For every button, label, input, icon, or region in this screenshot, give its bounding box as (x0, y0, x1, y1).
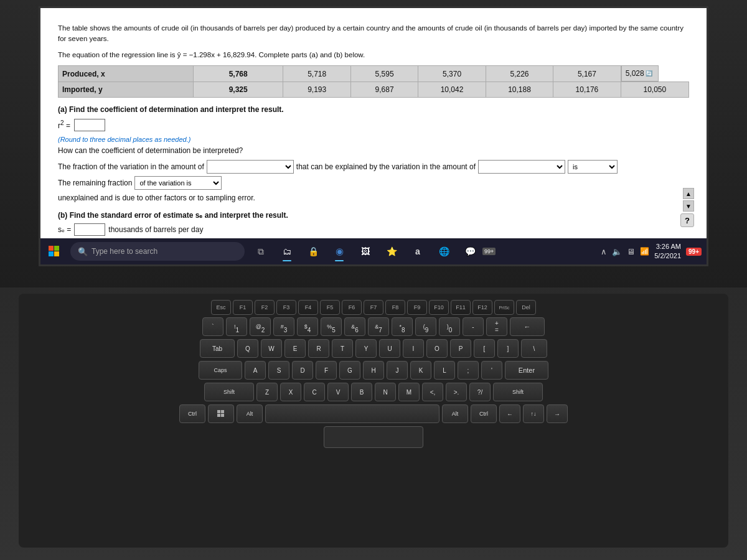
key-a[interactable]: A (245, 361, 266, 380)
arrow-down-button[interactable]: ▼ (683, 200, 694, 212)
key-rctrl[interactable]: Ctrl (471, 404, 497, 423)
key-f12[interactable]: F12 (472, 300, 492, 315)
key-g[interactable]: G (339, 361, 360, 380)
key-f9[interactable]: F9 (407, 300, 427, 315)
key-f1[interactable]: F1 (233, 300, 253, 315)
key-0[interactable]: )0 (439, 317, 460, 336)
file-explorer-button[interactable]: 🗂 (276, 240, 298, 263)
key-v[interactable]: V (327, 383, 349, 401)
r-squared-input[interactable] (74, 119, 105, 131)
key-space[interactable] (265, 404, 439, 423)
wifi-icon[interactable]: 📶 (640, 247, 649, 256)
key-lbracket[interactable]: [ (474, 339, 495, 358)
touchpad[interactable] (324, 426, 423, 448)
key-backslash[interactable]: \ (521, 339, 547, 358)
key-m[interactable]: M (398, 383, 420, 401)
key-f4[interactable]: F4 (298, 300, 318, 315)
key-7[interactable]: &7 (368, 317, 389, 336)
dropdown-explained-by[interactable]: produced, x imported, y (478, 160, 565, 174)
key-rshift[interactable]: Shift (493, 383, 543, 401)
key-f[interactable]: F (316, 361, 337, 380)
se-input[interactable] (74, 223, 105, 236)
key-u[interactable]: U (379, 339, 400, 358)
chevron-up-icon[interactable]: ∧ (601, 247, 607, 256)
key-f10[interactable]: F10 (429, 300, 449, 315)
key-h[interactable]: H (363, 361, 384, 380)
key-y[interactable]: Y (355, 339, 377, 358)
key-1[interactable]: !1 (226, 317, 247, 336)
key-lalt[interactable]: Alt (237, 404, 263, 423)
key-backtick[interactable]: ` (202, 317, 223, 336)
key-o[interactable]: O (426, 339, 448, 358)
key-tab[interactable]: Tab (200, 339, 235, 358)
key-f7[interactable]: F7 (364, 300, 383, 315)
dropdown-is[interactable]: is is not (568, 160, 618, 174)
key-f6[interactable]: F6 (342, 300, 362, 315)
key-caps[interactable]: Caps (199, 361, 242, 380)
key-3[interactable]: #3 (273, 317, 294, 336)
lock-icon-button[interactable]: 🔒 (302, 240, 324, 263)
key-z[interactable]: Z (256, 383, 278, 401)
key-i[interactable]: I (403, 339, 424, 358)
a-icon-button[interactable]: a (406, 240, 429, 263)
help-button[interactable]: ? (680, 213, 694, 227)
key-b[interactable]: B (351, 383, 372, 401)
key-5[interactable]: %5 (321, 317, 342, 336)
key-enter[interactable]: Enter (505, 361, 548, 380)
key-q[interactable]: Q (237, 339, 258, 358)
search-bar[interactable]: 🔍 Type here to search (70, 242, 245, 261)
photo-button[interactable]: 🖼 (354, 240, 377, 263)
key-right[interactable]: → (547, 404, 568, 423)
key-equals[interactable]: += (486, 317, 507, 336)
arrow-up-button[interactable]: ▲ (683, 188, 694, 199)
key-x[interactable]: X (280, 383, 301, 401)
key-win[interactable] (208, 404, 234, 423)
key-d[interactable]: D (292, 361, 313, 380)
edge-button[interactable]: ◉ (328, 240, 350, 263)
star-icon-button[interactable]: ⭐ (380, 240, 403, 263)
key-esc[interactable]: Esc (211, 300, 231, 315)
globe-button[interactable]: 🌐 (433, 240, 455, 263)
key-minus[interactable]: - (463, 317, 484, 336)
key-2[interactable]: @2 (250, 317, 271, 336)
key-e[interactable]: E (284, 339, 306, 358)
key-l[interactable]: L (434, 361, 455, 380)
key-backspace[interactable]: ← (510, 317, 545, 336)
notification-button[interactable]: 💬 (459, 240, 481, 263)
key-updown[interactable]: ↑↓ (523, 404, 544, 423)
clock[interactable]: 3:26 AM 5/2/2021 (654, 242, 681, 261)
key-4[interactable]: $4 (297, 317, 318, 336)
key-c[interactable]: C (304, 383, 325, 401)
key-semicolon[interactable]: ; (458, 361, 479, 380)
key-w[interactable]: W (261, 339, 282, 358)
key-period[interactable]: >. (446, 383, 467, 401)
dropdown-remaining[interactable]: of the variation is (134, 176, 222, 190)
key-quote[interactable]: ' (481, 361, 502, 380)
network-icon[interactable]: 🖥 (627, 247, 635, 256)
key-lshift[interactable]: Shift (204, 383, 254, 401)
key-s[interactable]: S (268, 361, 289, 380)
key-slash[interactable]: ?/ (469, 383, 491, 401)
key-j[interactable]: J (387, 361, 408, 380)
start-button[interactable] (40, 238, 68, 264)
key-6[interactable]: &6 (344, 317, 365, 336)
task-view-button[interactable]: ⧉ (250, 240, 272, 263)
key-f8[interactable]: F8 (385, 300, 405, 315)
key-t[interactable]: T (332, 339, 353, 358)
key-ctrl[interactable]: Ctrl (179, 404, 205, 423)
key-f5[interactable]: F5 (320, 300, 340, 315)
key-left[interactable]: ← (499, 404, 520, 423)
key-f11[interactable]: F11 (451, 300, 471, 315)
key-r[interactable]: R (308, 339, 329, 358)
key-rbracket[interactable]: ] (497, 339, 519, 358)
key-comma[interactable]: <, (422, 383, 443, 401)
key-f2[interactable]: F2 (255, 300, 275, 315)
key-prtsc[interactable]: PrtSc (494, 300, 514, 315)
key-k[interactable]: K (410, 361, 431, 380)
volume-icon[interactable]: 🔈 (612, 247, 622, 256)
key-del[interactable]: Del (516, 300, 536, 315)
key-8[interactable]: *8 (392, 317, 413, 336)
key-9[interactable]: (9 (415, 317, 436, 336)
dropdown-variation-of[interactable]: imported, y produced, x (207, 160, 294, 174)
key-p[interactable]: P (450, 339, 471, 358)
